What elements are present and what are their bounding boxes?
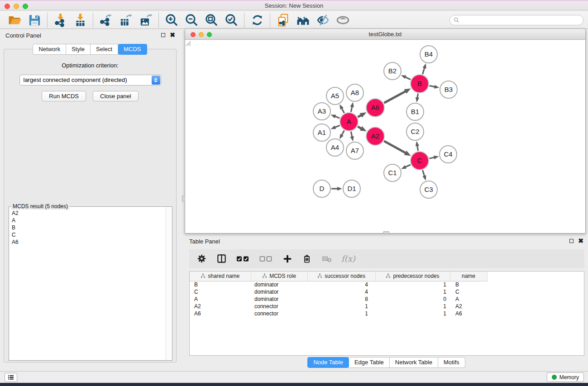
export-table-button[interactable]	[116, 12, 136, 29]
memory-button[interactable]: Memory	[547, 372, 584, 382]
graph-edge-B-B2[interactable]	[401, 75, 411, 80]
function-builder-button[interactable]: f(x)	[341, 254, 355, 263]
mcds-result-item[interactable]: A2	[12, 210, 163, 217]
search-input[interactable]	[462, 17, 579, 24]
task-history-button[interactable]	[5, 373, 17, 382]
table-cell[interactable]: B	[190, 281, 251, 288]
network-close-button[interactable]	[191, 32, 196, 37]
graph-edge-A2-C[interactable]	[384, 141, 411, 156]
graph-edge-A-A7[interactable]	[350, 132, 354, 142]
graph-edge-C-C1[interactable]	[401, 165, 411, 169]
splitter-handle-bottom[interactable]	[383, 231, 389, 234]
column-header-predecessor-nodes[interactable]: predecessor nodes	[375, 272, 450, 281]
search-box[interactable]	[449, 15, 583, 25]
tab-node-table[interactable]: Node Table	[307, 357, 349, 368]
home-button[interactable]	[293, 12, 313, 29]
graph-edge-A-A6[interactable]	[358, 112, 366, 117]
result-scrollbar[interactable]	[166, 207, 172, 360]
graph-node-B1[interactable]: B1	[406, 103, 424, 120]
optimization-criterion-select[interactable]: largest connected component (directed)	[19, 75, 161, 86]
table-settings-button[interactable]	[196, 253, 207, 264]
delete-column-button[interactable]	[302, 254, 312, 264]
table-cell[interactable]: A	[190, 295, 251, 303]
graph-node-B4[interactable]: B4	[420, 46, 437, 63]
zoom-fit-button[interactable]	[201, 12, 221, 29]
zoom-in-button[interactable]	[162, 12, 182, 29]
graph-node-A6[interactable]: A6	[366, 99, 384, 117]
table-row[interactable]: Bdominator41B	[190, 281, 584, 288]
column-header-successor-nodes[interactable]: successor nodes	[307, 272, 375, 281]
table-cell[interactable]: dominator	[251, 281, 307, 288]
table-cell[interactable]: C	[190, 288, 251, 295]
graph-node-B[interactable]: B	[411, 75, 429, 93]
table-cell[interactable]: A2	[450, 303, 487, 310]
run-mcds-button[interactable]: Run MCDS	[42, 91, 86, 101]
table-row[interactable]: A6connector11A6	[190, 310, 584, 317]
select-all-button[interactable]	[236, 255, 250, 262]
table-cell[interactable]: 8	[307, 295, 375, 303]
network-overview-button[interactable]	[333, 12, 353, 29]
graph-edge-B-B4[interactable]	[422, 63, 426, 74]
mcds-result-item[interactable]: C	[12, 231, 163, 238]
table-cell[interactable]: connector	[251, 310, 307, 317]
graph-node-C3[interactable]: C3	[420, 181, 437, 198]
graph-edge-D-D1[interactable]	[331, 187, 342, 191]
graph-edge-C-C3[interactable]	[422, 170, 426, 181]
float-table-panel-icon[interactable]	[569, 239, 574, 243]
table-cell[interactable]: 1	[307, 310, 375, 317]
graph-edge-A-A2[interactable]	[358, 126, 366, 132]
column-header-shared-name[interactable]: shared name	[190, 272, 251, 281]
graph-node-A2[interactable]: A2	[366, 127, 384, 145]
graph-node-B2[interactable]: B2	[384, 62, 401, 80]
graph-node-A8[interactable]: A8	[346, 84, 363, 101]
tab-edge-table[interactable]: Edge Table	[349, 357, 390, 368]
graph-edge-C-C4[interactable]	[429, 156, 439, 159]
table-cell[interactable]: 1	[375, 288, 450, 295]
table-cell[interactable]: 1	[375, 310, 450, 317]
table-cell[interactable]: dominator	[251, 295, 307, 303]
close-window-button[interactable]	[5, 4, 10, 9]
table-cell[interactable]: A	[450, 295, 487, 303]
graph-node-D1[interactable]: D1	[343, 180, 360, 197]
table-cell[interactable]: 4	[307, 288, 375, 295]
table-cell[interactable]: A6	[450, 310, 487, 317]
table-cell[interactable]: B	[450, 281, 487, 288]
tab-network-table[interactable]: Network Table	[390, 357, 438, 368]
graph-edge-A-A1[interactable]	[330, 125, 339, 129]
minimize-window-button[interactable]	[14, 4, 19, 9]
save-session-button[interactable]	[24, 12, 44, 29]
close-panel-icon[interactable]: ✖	[170, 33, 175, 37]
graph-edge-A-A8[interactable]	[350, 102, 354, 112]
mcds-result-item[interactable]: B	[12, 224, 163, 231]
delete-table-button[interactable]	[321, 253, 332, 264]
graph-edge-A-A3[interactable]	[331, 115, 340, 119]
graph-node-D[interactable]: D	[313, 180, 330, 197]
graph-node-A3[interactable]: A3	[313, 103, 330, 120]
table-row[interactable]: Cdominator41C	[190, 288, 584, 295]
graph-edge-A-A5[interactable]	[339, 104, 344, 113]
open-session-button[interactable]	[5, 12, 24, 29]
hide-graphics-details-button[interactable]	[313, 12, 333, 29]
graph-edge-C-C2[interactable]	[416, 141, 419, 151]
table-cell[interactable]: 1	[375, 303, 450, 310]
graph-node-C2[interactable]: C2	[406, 123, 424, 140]
network-minimize-button[interactable]	[199, 32, 204, 37]
copy-network-button[interactable]	[273, 12, 293, 29]
graph-edge-B-B3[interactable]	[430, 85, 440, 89]
deselect-all-button[interactable]	[259, 255, 273, 262]
graph-node-A1[interactable]: A1	[313, 124, 330, 141]
table-cell[interactable]: dominator	[251, 288, 307, 295]
table-cell[interactable]: 4	[307, 281, 375, 288]
column-header-name[interactable]: name	[450, 272, 487, 281]
tab-style[interactable]: Style	[66, 44, 91, 55]
tab-motifs[interactable]: Motifs	[438, 357, 465, 368]
network-maximize-button[interactable]	[207, 32, 212, 37]
table-cell[interactable]: A6	[190, 310, 251, 317]
table-row[interactable]: A2connector11A2	[190, 303, 584, 310]
mcds-result-item[interactable]: A6	[12, 238, 163, 246]
graph-edge-B-B1[interactable]	[416, 94, 419, 103]
tab-network[interactable]: Network	[33, 44, 66, 55]
table-cell[interactable]: 0	[375, 295, 450, 303]
refresh-layout-button[interactable]	[247, 12, 267, 29]
add-column-button[interactable]	[282, 254, 292, 264]
